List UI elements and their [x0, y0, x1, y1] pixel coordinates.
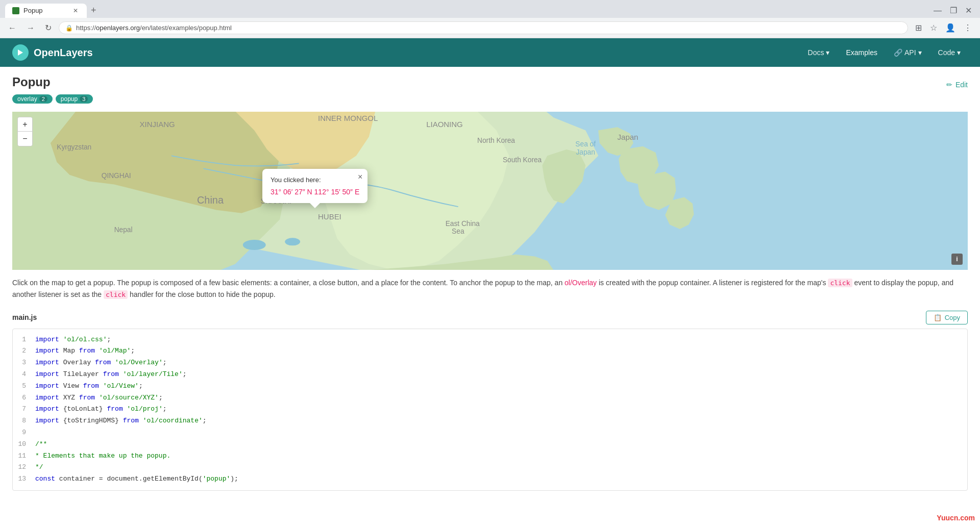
menu-button[interactable]: ⋮ [961, 21, 975, 35]
code-line: 11 * Elements that make up the popup. [13, 450, 967, 462]
line-content: * Elements that make up the popup. [33, 451, 967, 462]
click-code-1: click [828, 279, 852, 287]
code-header: main.js 📋 Copy [12, 309, 968, 329]
url-text: https://openlayers.org/en/latest/example… [76, 24, 901, 32]
tag-overlay[interactable]: overlay 2 [12, 94, 53, 104]
svg-text:Nepal: Nepal [114, 226, 133, 234]
click-code-2: click [104, 290, 128, 299]
line-content: const container = document.getElementByI… [33, 474, 967, 485]
url-bar[interactable]: 🔒 https://openlayers.org/en/latest/examp… [59, 21, 908, 34]
ol-logo-link[interactable]: OpenLayers [12, 44, 93, 61]
line-number: 10 [13, 439, 33, 450]
url-protocol: https:// [76, 24, 96, 32]
svg-text:China: China [197, 194, 224, 206]
tab-favicon [12, 7, 19, 14]
profile-button[interactable]: 👤 [942, 21, 959, 35]
code-block: 1 import 'ol/ol.css'; 2 import Map from … [12, 329, 968, 491]
new-tab-button[interactable]: + [87, 3, 101, 18]
svg-text:INNER MONGOL: INNER MONGOL [318, 114, 378, 122]
line-number: 7 [13, 404, 33, 415]
copy-button[interactable]: 📋 Copy [926, 311, 968, 324]
line-content: import {toLonLat} from 'ol/proj'; [33, 404, 967, 415]
svg-text:QINGHAI: QINGHAI [102, 172, 131, 180]
browser-action-icons: ⊞ ☆ 👤 ⋮ [912, 21, 975, 35]
line-number: 3 [13, 358, 33, 368]
line-content: */ [33, 462, 967, 473]
ol-overlay-link[interactable]: ol/Overlay [565, 279, 597, 287]
ol-logo-text: OpenLayers [34, 47, 93, 59]
nav-code[interactable]: Code ▾ [931, 44, 968, 61]
restore-button[interactable]: ❐ [947, 4, 960, 17]
nav-examples[interactable]: Examples [839, 44, 884, 61]
code-line: 12 */ [13, 462, 967, 473]
code-line: 1 import 'ol/ol.css'; [13, 334, 967, 346]
svg-text:XINJIANG: XINJIANG [140, 120, 175, 129]
svg-text:Japan: Japan [576, 148, 595, 156]
code-line: 7 import {toLonLat} from 'ol/proj'; [13, 404, 967, 415]
line-content: import View from 'ol/View'; [33, 381, 967, 392]
line-number: 13 [13, 474, 33, 485]
tag-overlay-count: 2 [39, 96, 47, 102]
line-number: 1 [13, 335, 33, 345]
line-number: 5 [13, 381, 33, 392]
bookmarks-button[interactable]: ☆ [927, 21, 940, 35]
line-content [33, 428, 967, 438]
page-tags: overlay 2 popup 3 [12, 94, 968, 104]
nav-api[interactable]: 🔗 API ▾ [887, 44, 929, 61]
code-line: 5 import View from 'ol/View'; [13, 381, 967, 392]
reload-button[interactable]: ↻ [42, 21, 55, 35]
line-content: import Map from 'ol/Map'; [33, 346, 967, 357]
svg-point-17 [243, 240, 266, 250]
line-number: 2 [13, 346, 33, 357]
extensions-button[interactable]: ⊞ [912, 21, 925, 35]
page-title: Popup [12, 75, 51, 89]
tab-close-button[interactable]: ✕ [71, 7, 80, 15]
tag-popup[interactable]: popup 3 [56, 94, 93, 104]
description-text: Click on the map to get a popup. The pop… [12, 270, 968, 305]
svg-text:Sea: Sea [452, 228, 464, 235]
svg-text:Sea of: Sea of [575, 140, 596, 148]
line-content: import TileLayer from 'ol/layer/Tile'; [33, 369, 967, 380]
line-number: 12 [13, 462, 33, 473]
zoom-out-button[interactable]: − [18, 132, 32, 146]
tab-bar: Popup ✕ + — ❐ ✕ [0, 0, 980, 18]
map-container[interactable]: Sea of Japan Kyrgyzstan XINJIANG INNER M… [12, 112, 968, 270]
chevron-down-icon: ▾ [957, 48, 961, 57]
code-line: 10 /** [13, 439, 967, 450]
code-section: main.js 📋 Copy 1 import 'ol/ol.css'; 2 i… [12, 309, 968, 491]
title-row: Popup ✏ Edit [12, 75, 968, 94]
active-tab: Popup ✕ [5, 4, 87, 18]
popup-coordinates: 31° 06′ 27″ N 112° 15′ 50″ E [271, 188, 359, 196]
ol-logo-icon [12, 44, 29, 61]
line-content: /** [33, 439, 967, 450]
close-window-button[interactable]: ✕ [962, 4, 975, 17]
tab-title: Popup [23, 7, 43, 14]
line-content: import {toStringHDMS} from 'ol/coordinat… [33, 416, 967, 426]
tag-popup-label: popup [61, 95, 78, 103]
line-content: import XYZ from 'ol/source/XYZ'; [33, 393, 967, 404]
forward-button[interactable]: → [23, 21, 38, 35]
line-number: 6 [13, 393, 33, 404]
code-line: 13 const container = document.getElement… [13, 473, 967, 485]
nav-docs[interactable]: Docs ▾ [801, 44, 837, 61]
popup-close-button[interactable]: × [358, 173, 362, 181]
edit-button[interactable]: ✏ Edit [946, 81, 968, 89]
back-button[interactable]: ← [5, 21, 19, 35]
security-icon: 🔒 [65, 24, 73, 32]
url-domain: openlayers.org [96, 24, 140, 32]
popup-title: You clicked here: [271, 176, 359, 184]
zoom-in-button[interactable]: + [18, 117, 32, 132]
line-content: import 'ol/ol.css'; [33, 335, 967, 345]
svg-text:Japan: Japan [618, 133, 639, 141]
svg-text:North Korea: North Korea [477, 137, 515, 144]
page-content: Popup ✏ Edit overlay 2 popup 3 [0, 67, 980, 499]
tag-overlay-label: overlay [17, 95, 37, 103]
copy-icon: 📋 [934, 314, 942, 321]
minimize-button[interactable]: — [930, 4, 945, 17]
address-bar: ← → ↻ 🔒 https://openlayers.org/en/latest… [0, 18, 980, 38]
svg-point-18 [285, 238, 300, 245]
line-number: 8 [13, 416, 33, 426]
map-info-button[interactable]: i [951, 254, 963, 265]
code-line: 2 import Map from 'ol/Map'; [13, 345, 967, 357]
line-number: 4 [13, 369, 33, 380]
